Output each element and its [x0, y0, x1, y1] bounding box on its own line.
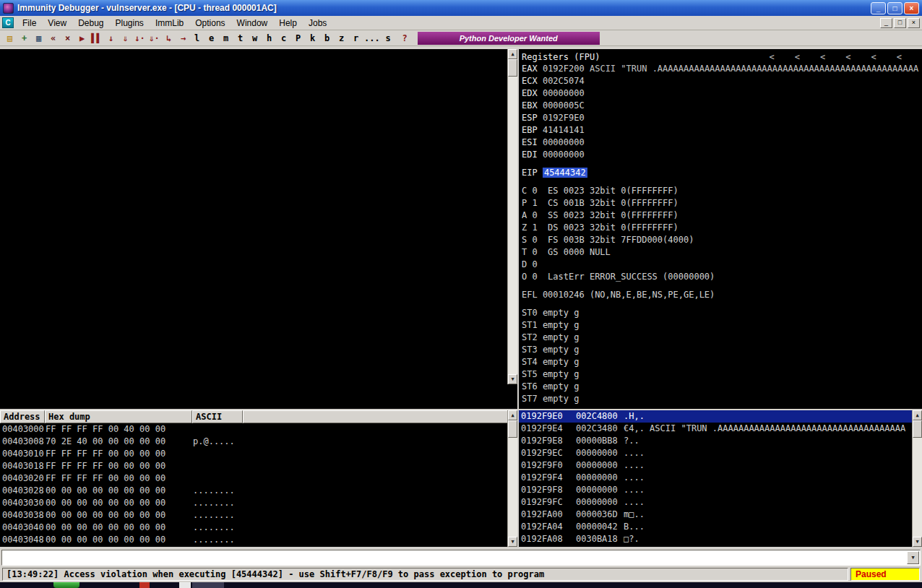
hex-pane-scrollbar[interactable]: ▲ ▼	[507, 410, 517, 547]
stack-row[interactable]: 0192F9E0002C4800.H,.	[519, 410, 912, 423]
command-input[interactable]: ▼	[1, 550, 921, 566]
hex-row[interactable]: 0040300870 2E 40 00 00 00 00 00p.@.....	[0, 436, 507, 448]
mdi-close-button[interactable]: ×	[908, 18, 920, 28]
flag-row[interactable]: A 0 SS 0023 32bit 0(FFFFFFFF)	[522, 209, 922, 222]
cpu-disassembly-pane[interactable]: ▲ ▼	[0, 49, 517, 409]
fpu-register-row[interactable]: ST6 empty g	[522, 381, 922, 393]
toolbar-icon-button[interactable]: ↳	[162, 32, 176, 45]
toolbar-letter-button[interactable]: h	[262, 32, 276, 45]
flag-row[interactable]: S 0 FS 003B 32bit 7FFDD000(4000)	[522, 234, 922, 246]
minimize-button[interactable]: _	[871, 2, 886, 14]
register-row[interactable]: ESP 0192F9E0	[522, 112, 922, 124]
stack-pane-scrollbar[interactable]: ▲ ▼	[912, 410, 922, 547]
flag-row[interactable]: Z 1 DS 0023 32bit 0(FFFFFFFF)	[522, 222, 922, 234]
stack-pane[interactable]: 0192F9E0002C4800.H,. 0192F9E4002C3480€4,…	[519, 410, 922, 547]
hex-dump-pane[interactable]: Address Hex dump ASCII 00403000FF FF FF …	[0, 410, 517, 547]
toolbar-icon-button[interactable]: ↓	[104, 32, 118, 45]
hex-row[interactable]: 00403010FF FF FF FF 00 00 00 00	[0, 448, 507, 460]
stack-row[interactable]: 0192F9EC00000000....	[519, 447, 912, 459]
collapse-arrow-icon[interactable]: <	[795, 52, 800, 62]
stack-row[interactable]: 0192F9F400000000....	[519, 472, 912, 484]
register-row[interactable]: EAX 0192F200 ASCII "TRUN .AAAAAAAAAAAAAA…	[522, 63, 922, 75]
toolbar-icon-button[interactable]: ⇓	[119, 32, 132, 45]
toolbar-letter-button[interactable]: s	[382, 32, 395, 45]
menu-item[interactable]: ImmLib	[150, 17, 189, 30]
scroll-down-icon[interactable]: ▼	[508, 537, 517, 547]
eip-register-row[interactable]: EIP 45444342	[522, 167, 922, 179]
column-header-address[interactable]: Address	[0, 410, 45, 423]
stack-row[interactable]: 0192FA080030BA18□?.	[519, 533, 912, 545]
menu-item[interactable]: Debug	[72, 17, 109, 30]
menu-item[interactable]: Help	[273, 17, 303, 30]
menu-item[interactable]: View	[42, 17, 72, 30]
column-header-hex-dump[interactable]: Hex dump	[45, 410, 192, 423]
toolbar-icon-button[interactable]: →	[176, 32, 190, 45]
mdi-minimize-button[interactable]: _	[880, 18, 892, 28]
fpu-register-row[interactable]: ST3 empty g	[522, 344, 922, 356]
collapse-arrow-icon[interactable]: <	[897, 52, 902, 62]
toolbar-icon-button[interactable]: ↓·	[133, 32, 147, 45]
menu-item[interactable]: Plugins	[110, 17, 150, 30]
register-row[interactable]: EDI 00000000	[522, 149, 922, 161]
stack-row[interactable]: 0192F9E800000BB8?..	[519, 435, 912, 447]
cpu-pane-scrollbar[interactable]: ▲ ▼	[507, 49, 517, 384]
fpu-register-row[interactable]: ST2 empty g	[522, 332, 922, 344]
fpu-register-row[interactable]: ST1 empty g	[522, 319, 922, 332]
register-row[interactable]: EBX 0000005C	[522, 100, 922, 112]
register-row[interactable]: ESI 00000000	[522, 137, 922, 149]
maximize-button[interactable]: □	[887, 2, 902, 14]
collapse-arrow-icon[interactable]: <	[871, 52, 876, 62]
flag-row[interactable]: T 0 GS 0000 NULL	[522, 246, 922, 259]
fpu-register-row[interactable]: ST4 empty g	[522, 356, 922, 368]
hex-row[interactable]: 00403020FF FF FF FF 00 00 00 00	[0, 472, 507, 485]
stack-row[interactable]: 0192FA0400000042B...	[519, 521, 912, 533]
toolbar-icon-button[interactable]: ▶	[75, 32, 89, 45]
menu-item[interactable]: Jobs	[303, 17, 332, 30]
stack-row[interactable]: 0192F9F800000000....	[519, 484, 912, 496]
python-developer-banner[interactable]: Python Developer Wanted	[418, 32, 600, 45]
dropdown-arrow-icon[interactable]: ▼	[907, 551, 919, 564]
toolbar-letter-button[interactable]: b	[320, 32, 334, 45]
menu-item[interactable]: File	[17, 17, 42, 30]
flag-row[interactable]: C 0 ES 0023 32bit 0(FFFFFFFF)	[522, 185, 922, 197]
flag-row[interactable]: P 1 CS 001B 32bit 0(FFFFFFFF)	[522, 197, 922, 209]
scroll-down-icon[interactable]: ▼	[913, 537, 922, 547]
register-row[interactable]: EDX 00000000	[522, 87, 922, 100]
toolbar-letter-button[interactable]: w	[248, 32, 262, 45]
fpu-register-row[interactable]: ST0 empty g	[522, 307, 922, 319]
help-button[interactable]: ?	[398, 32, 412, 45]
registers-pane[interactable]: Registers (FPU) <<<<<< EAX 0192F200 ASCI…	[519, 49, 922, 409]
stack-row[interactable]: 0192F9FC00000000....	[519, 496, 912, 509]
toolbar-letter-button[interactable]: z	[335, 32, 348, 45]
toolbar-icon-button[interactable]: ⇓·	[147, 32, 161, 45]
toolbar-icon-button[interactable]: ×	[61, 32, 74, 45]
stack-row[interactable]: 0192FA000000036Dm□..	[519, 509, 912, 521]
collapse-arrow-icon[interactable]: <	[820, 52, 825, 62]
hex-row[interactable]: 0040303800 00 00 00 00 00 00 00........	[0, 509, 507, 522]
toolbar-icon-button[interactable]: «	[46, 32, 60, 45]
hex-row[interactable]: 00403018FF FF FF FF 00 00 00 00	[0, 460, 507, 472]
hex-row[interactable]: 0040302800 00 00 00 00 00 00 00........	[0, 485, 507, 497]
register-row[interactable]: ECX 002C5074	[522, 75, 922, 87]
menu-item[interactable]: Options	[189, 17, 231, 30]
hex-row[interactable]: 0040304000 00 00 00 00 00 00 00........	[0, 522, 507, 534]
scroll-thumb[interactable]	[508, 59, 517, 77]
fpu-register-row[interactable]: ST7 empty g	[522, 393, 922, 405]
mdi-restore-button[interactable]: □	[894, 18, 906, 28]
efl-row[interactable]: EFL 00010246 (NO,NB,E,BE,NS,PE,GE,LE)	[522, 289, 922, 301]
scroll-up-icon[interactable]: ▲	[508, 410, 517, 420]
stack-row[interactable]: 0192F9E4002C3480€4,. ASCII "TRUN .AAAAAA…	[519, 423, 912, 435]
hex-row[interactable]: 0040303000 00 00 00 00 00 00 00........	[0, 497, 507, 509]
scroll-down-icon[interactable]: ▼	[508, 374, 517, 384]
scroll-up-icon[interactable]: ▲	[508, 49, 517, 59]
toolbar-letter-button[interactable]: P	[291, 32, 305, 45]
flag-row[interactable]: O 0 LastErr ERROR_SUCCESS (00000000)	[522, 271, 922, 283]
fpu-register-row[interactable]: ST5 empty g	[522, 368, 922, 381]
toolbar-letter-button[interactable]: c	[277, 32, 290, 45]
scroll-thumb[interactable]	[913, 420, 922, 438]
register-row[interactable]: EBP 41414141	[522, 124, 922, 137]
stack-row[interactable]: 0192F9F000000000....	[519, 459, 912, 472]
toolbar-letter-button[interactable]: r	[349, 32, 363, 45]
collapse-arrow-icon[interactable]: <	[845, 52, 850, 62]
hex-row[interactable]: 00403000FF FF FF FF 00 40 00 00	[0, 423, 507, 436]
